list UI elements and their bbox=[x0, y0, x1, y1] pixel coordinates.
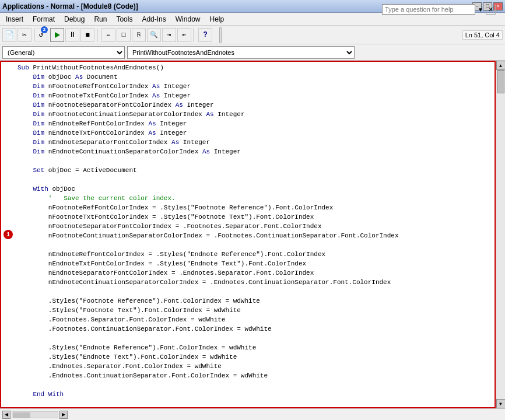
code-line-9: Dim nEndnoteSeparatorFontColorIndex As I… bbox=[17, 138, 492, 147]
help-input[interactable] bbox=[382, 4, 475, 15]
combo-bar: (General) PrintWithoutFootnotesAndEndnot… bbox=[0, 44, 505, 61]
watch-button[interactable]: 🔍 bbox=[147, 28, 161, 42]
code-line-3: Dim nFootnoteRefFontColorIndex As Intege… bbox=[17, 82, 492, 91]
menu-window[interactable]: Window bbox=[171, 14, 205, 24]
edit-button[interactable]: ✏ bbox=[101, 28, 115, 42]
help-dropdown[interactable]: ▼ bbox=[478, 6, 483, 13]
svg-marker-0 bbox=[55, 32, 60, 38]
code-line-22: nEndnoteTxtFontColorIndex = .Styles("End… bbox=[17, 259, 492, 268]
code-line-36: End With bbox=[17, 390, 492, 399]
status-bar: ◀ ▶ bbox=[0, 408, 505, 420]
scroll-up[interactable]: ▲ bbox=[496, 61, 506, 70]
outdent-button[interactable]: ⇤ bbox=[177, 28, 191, 42]
code-line-26: .Styles("Footnote Reference").Font.Color… bbox=[17, 296, 492, 306]
code-line-8: Dim nEndnoteTxtFontColorIndex As Integer bbox=[17, 128, 492, 138]
code-line-7: Dim nEndnoteRefFontColorIndex As Integer bbox=[17, 119, 492, 128]
code-line-31: .Styles("Endnote Reference").Font.ColorI… bbox=[17, 343, 492, 352]
code-line-13 bbox=[17, 175, 492, 184]
code-line-25 bbox=[17, 287, 492, 296]
code-line-24: nEndnoteContinuationSeparatorColorIndex … bbox=[17, 278, 492, 287]
code-line-2: Dim objDoc As Document bbox=[17, 72, 492, 82]
code-line-16: nFootnoteRefFontColorIndex = .Styles("Fo… bbox=[17, 203, 492, 212]
menu-run[interactable]: Run bbox=[89, 14, 111, 24]
toolbar-btn-2[interactable]: ✂ bbox=[17, 28, 31, 42]
hscroll-thumb[interactable] bbox=[13, 412, 30, 418]
menu-bar: Insert Format Debug Run Tools Add-Ins Wi… bbox=[0, 13, 505, 26]
code-line-35 bbox=[17, 380, 492, 390]
code-line-4: Dim nFootnoteTxtFontColorIndex As Intege… bbox=[17, 91, 492, 100]
hscroll-right[interactable]: ▶ bbox=[59, 411, 68, 419]
code-line-12: Set objDoc = ActiveDocument bbox=[17, 166, 492, 175]
progress-indicator bbox=[219, 27, 222, 43]
general-combo[interactable]: (General) bbox=[2, 46, 125, 59]
code-line-5: Dim nFootnoteSeparatorFontColorIndex As … bbox=[17, 100, 492, 110]
sep-2 bbox=[194, 28, 196, 42]
left-indicator: 1 bbox=[3, 230, 13, 239]
badge-button[interactable]: ↺ 2 bbox=[33, 27, 49, 43]
menu-format[interactable]: Format bbox=[28, 14, 59, 24]
help-area: ▼ ✕ bbox=[382, 0, 496, 19]
scroll-down[interactable]: ▼ bbox=[496, 399, 506, 408]
code-line-28: .Footnotes.Separator.Font.ColorIndex = w… bbox=[17, 315, 492, 324]
scrollbar: ▲ ▼ bbox=[496, 61, 505, 408]
code-line-32: .Styles("Endnote Text").Font.ColorIndex … bbox=[17, 352, 492, 362]
insert-button[interactable]: □ bbox=[117, 28, 131, 42]
code-line-18: nFootnoteSeparatorFontColorIndex = .Foot… bbox=[17, 222, 492, 231]
procedure-combo[interactable]: PrintWithoutFootnotesAndEndnotes bbox=[127, 46, 355, 59]
toolbar-btn-1[interactable]: 📄 bbox=[2, 28, 16, 42]
code-line-23: nEndnoteSeparatorFontColorIndex = .Endno… bbox=[17, 268, 492, 278]
menu-insert[interactable]: Insert bbox=[1, 14, 28, 24]
code-line-10: Dim nEndnoteContinuationSeparatorColorIn… bbox=[17, 147, 492, 156]
menu-tools[interactable]: Tools bbox=[111, 14, 137, 24]
code-line-6: Dim nFootnoteContinuationSeparatorColorI… bbox=[17, 110, 492, 119]
stop-button[interactable]: ◼ bbox=[80, 28, 94, 42]
pause-button[interactable]: ⏸ bbox=[65, 28, 79, 42]
code-line-19: nFootnoteContinuationSeparatorColorIndex… bbox=[17, 231, 492, 240]
status-left: ◀ ▶ bbox=[2, 411, 68, 419]
code-line-29: .Footnotes.ContinuationSeparator.Font.Co… bbox=[17, 324, 492, 334]
code-line-33: .Endnotes.Separator.Font.ColorIndex = wd… bbox=[17, 362, 492, 371]
toolbar: 📄 ✂ ↺ 2 ⏸ ◼ ✏ □ ⎘ 🔍 ⇥ ⇤ ? Ln 51, Col 4 bbox=[0, 26, 505, 44]
code-line-34: .Endnotes.ContinuationSeparator.Font.Col… bbox=[17, 371, 492, 380]
menu-addins[interactable]: Add-Ins bbox=[137, 14, 170, 24]
code-area[interactable]: Sub PrintWithoutFootnotesAndEndnotes() D… bbox=[0, 61, 496, 408]
help-search-button[interactable]: ✕ bbox=[486, 5, 496, 15]
status-area: Ln 51, Col 4 bbox=[462, 30, 503, 40]
cursor-position: Ln 51, Col 4 bbox=[462, 30, 503, 40]
code-line-21: nEndnoteRefFontColorIndex = .Styles("End… bbox=[17, 250, 492, 259]
hscroll-left[interactable]: ◀ bbox=[2, 411, 10, 419]
menu-debug[interactable]: Debug bbox=[59, 14, 89, 24]
indent-button[interactable]: ⇥ bbox=[162, 28, 176, 42]
sep-1 bbox=[97, 28, 99, 42]
scroll-thumb[interactable] bbox=[497, 70, 504, 93]
run-button[interactable] bbox=[50, 28, 64, 42]
title-text: Applications - Normal - [Module8 (Code)] bbox=[2, 2, 138, 10]
editor-container: 1 Sub PrintWithoutFootnotesAndEndnotes()… bbox=[0, 61, 505, 408]
code-line-17: nFootnoteTxtFontColorIndex = .Styles("Fo… bbox=[17, 212, 492, 222]
code-line-37 bbox=[17, 399, 492, 408]
code-line-15: ' Save the current color index. bbox=[17, 194, 492, 203]
code-line-30 bbox=[17, 334, 492, 343]
code-line-1: Sub PrintWithoutFootnotesAndEndnotes() bbox=[17, 63, 492, 72]
code-line-27: .Styles("Footnote Text").Font.ColorIndex… bbox=[17, 306, 492, 315]
scroll-track bbox=[496, 70, 505, 399]
badge-2: 2 bbox=[41, 26, 48, 33]
code-line-20 bbox=[17, 240, 492, 250]
code-line-14: With objDoc bbox=[17, 184, 492, 194]
copy-button[interactable]: ⎘ bbox=[132, 28, 146, 42]
code-line-11 bbox=[17, 156, 492, 166]
help-button[interactable]: ? bbox=[198, 28, 212, 42]
hscroll-track bbox=[12, 411, 58, 418]
menu-help[interactable]: Help bbox=[205, 14, 229, 24]
